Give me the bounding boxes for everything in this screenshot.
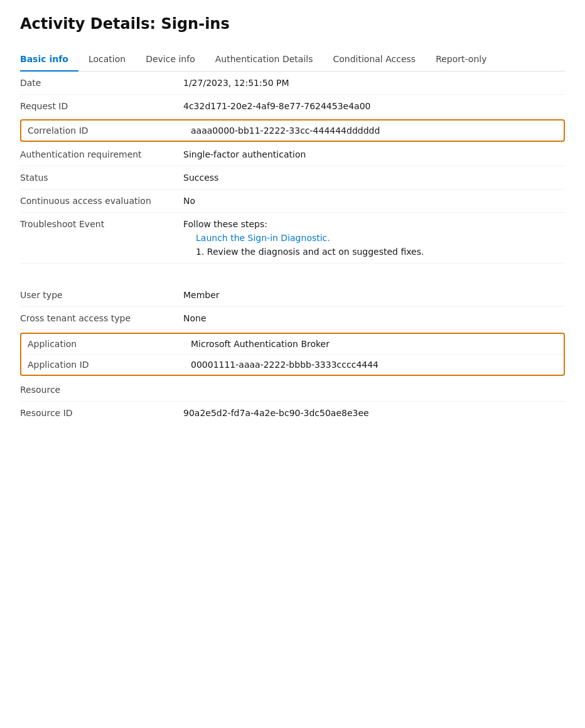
field-troubleshoot: Troubleshoot Event Follow these steps: L… (20, 213, 565, 264)
tab-bar: Basic info Location Device info Authenti… (20, 48, 565, 72)
troubleshoot-link[interactable]: Launch the Sign-in Diagnostic. (183, 233, 565, 243)
field-application: Application Microsoft Authentication Bro… (21, 334, 564, 355)
field-application-id: Application ID 00001111-aaaa-2222-bbbb-3… (21, 355, 564, 375)
tab-auth-details[interactable]: Authentication Details (205, 48, 323, 72)
field-correlation-id: Correlation ID aaaa0000-bb11-2222-33cc-4… (20, 119, 565, 142)
page-title: Activity Details: Sign-ins (20, 15, 565, 33)
field-resource-id: Resource ID 90a2e5d2-fd7a-4a2e-bc90-3dc5… (20, 402, 565, 424)
field-status: Status Success (20, 166, 565, 190)
field-continuous-access: Continuous access evaluation No (20, 190, 565, 213)
date-value: 1/27/2023, 12:51:50 PM (183, 78, 565, 88)
tab-content: Date 1/27/2023, 12:51:50 PM Request ID 4… (20, 72, 565, 424)
field-user-type: User type Member (20, 284, 565, 307)
application-id-value: 00001111-aaaa-2222-bbbb-3333cccc4444 (191, 360, 557, 370)
resource-id-value: 90a2e5d2-fd7a-4a2e-bc90-3dc50ae8e3ee (183, 408, 565, 418)
troubleshoot-follow-steps: Follow these steps: (183, 219, 565, 229)
auth-requirement-value: Single-factor authentication (183, 149, 565, 159)
application-label: Application (28, 339, 191, 349)
tab-location[interactable]: Location (78, 48, 136, 72)
correlation-id-label: Correlation ID (28, 126, 191, 136)
status-value: Success (183, 173, 565, 183)
request-id-label: Request ID (20, 101, 183, 111)
troubleshoot-label: Troubleshoot Event (20, 219, 183, 229)
resource-label: Resource (20, 385, 183, 395)
cross-tenant-label: Cross tenant access type (20, 313, 183, 323)
correlation-id-value: aaaa0000-bb11-2222-33cc-444444dddddd (191, 126, 557, 136)
tab-device-info[interactable]: Device info (136, 48, 205, 72)
tab-conditional-access[interactable]: Conditional Access (323, 48, 426, 72)
tab-basic-info[interactable]: Basic info (20, 48, 78, 72)
troubleshoot-value: Follow these steps: Launch the Sign-in D… (183, 219, 565, 257)
application-id-label: Application ID (28, 360, 191, 370)
request-id-value: 4c32d171-20e2-4af9-8e77-7624453e4a00 (183, 101, 565, 111)
field-date: Date 1/27/2023, 12:51:50 PM (20, 72, 565, 95)
field-auth-requirement: Authentication requirement Single-factor… (20, 143, 565, 166)
tab-report-only[interactable]: Report-only (426, 48, 496, 72)
auth-requirement-label: Authentication requirement (20, 149, 183, 159)
field-request-id: Request ID 4c32d171-20e2-4af9-8e77-76244… (20, 95, 565, 118)
continuous-access-value: No (183, 196, 565, 206)
resource-id-label: Resource ID (20, 408, 183, 418)
troubleshoot-step1: 1. Review the diagnosis and act on sugge… (183, 247, 565, 257)
continuous-access-label: Continuous access evaluation (20, 196, 183, 206)
user-type-value: Member (183, 290, 565, 300)
user-type-label: User type (20, 290, 183, 300)
field-cross-tenant: Cross tenant access type None (20, 307, 565, 330)
application-group: Application Microsoft Authentication Bro… (20, 333, 565, 376)
field-resource: Resource (20, 378, 565, 402)
date-label: Date (20, 78, 183, 88)
cross-tenant-value: None (183, 313, 565, 323)
status-label: Status (20, 173, 183, 183)
application-value: Microsoft Authentication Broker (191, 339, 557, 349)
